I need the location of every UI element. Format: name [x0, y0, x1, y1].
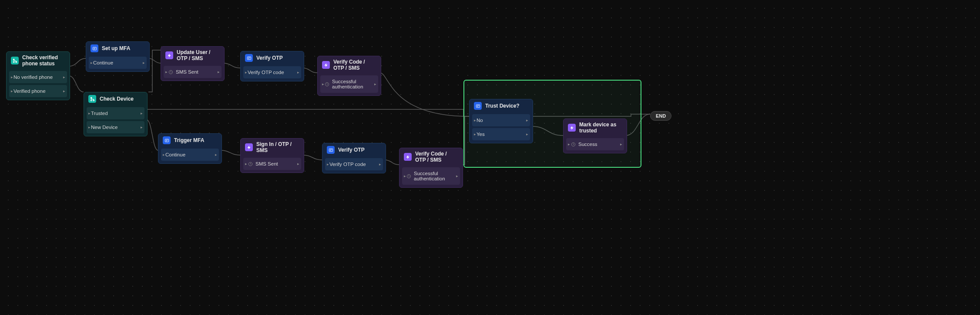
svg-rect-7	[247, 57, 251, 59]
node-check-device[interactable]: Check Device▸Trusted▸▸New Device▸	[84, 92, 148, 136]
connector	[221, 150, 240, 155]
node-output-row[interactable]: ▸New Device▸	[87, 121, 144, 133]
node-output-row[interactable]: ▸Continue▸	[161, 149, 219, 161]
connector	[223, 63, 240, 68]
node-header[interactable]: Sign In / OTP / SMS	[241, 139, 304, 156]
node-output-row[interactable]: ▸Continue▸	[89, 57, 147, 69]
node-header[interactable]: Check Device	[84, 92, 147, 105]
row-label: Yes	[477, 132, 485, 137]
inlet-icon: ▸	[163, 152, 165, 157]
branch-icon	[88, 95, 96, 103]
node-title: Set up MFA	[102, 45, 130, 51]
inlet-icon: ▸	[165, 70, 168, 74]
node-header[interactable]: Verify OTP	[322, 143, 386, 156]
row-label: Successful authentication	[414, 171, 456, 181]
clock-icon	[406, 173, 411, 179]
row-label: No	[477, 118, 483, 123]
node-trigger-mfa[interactable]: Trigger MFA▸Continue▸	[158, 133, 222, 164]
node-header[interactable]: Trust Device?	[470, 99, 533, 112]
bolt-icon	[245, 143, 253, 151]
node-title: Verify Code / OTP / SMS	[415, 151, 458, 163]
node-verify-code-1[interactable]: Verify Code / OTP / SMS▸Successful authe…	[317, 56, 381, 96]
inlet-icon: ▸	[568, 142, 570, 146]
outlet-icon: ▸	[141, 125, 143, 129]
node-title: Update User / OTP / SMS	[177, 49, 220, 61]
node-verify-otp-1[interactable]: Verify OTP▸Verify OTP code▸	[240, 51, 304, 81]
node-verify-otp-2[interactable]: Verify OTP▸Verify OTP code▸	[322, 143, 386, 173]
node-title: Trigger MFA	[174, 137, 204, 143]
clock-icon	[571, 142, 576, 147]
node-output-row[interactable]: ▸Verified phone▸	[9, 85, 67, 97]
inlet-icon: ▸	[327, 162, 329, 166]
connector	[69, 58, 86, 66]
inlet-icon: ▸	[474, 118, 476, 122]
connector	[69, 76, 84, 92]
clock-icon	[325, 81, 329, 87]
node-mark-trusted[interactable]: Mark device as trusted▸Success▸	[563, 119, 627, 153]
node-output-row[interactable]: ▸Successful authentication▸	[320, 75, 378, 93]
outlet-icon: ▸	[297, 70, 299, 75]
inlet-icon: ▸	[245, 70, 247, 75]
node-header[interactable]: Verify OTP	[241, 51, 304, 64]
node-output-row[interactable]: ▸Successful authentication▸	[402, 167, 460, 185]
node-header[interactable]: Check verified phone status	[7, 52, 70, 69]
form-icon	[474, 102, 482, 110]
node-check-phone[interactable]: Check verified phone status▸No verified …	[6, 51, 70, 100]
node-output-row[interactable]: ▸Verify OTP code▸	[243, 66, 301, 78]
outlet-icon: ▸	[374, 82, 376, 86]
workflow-canvas[interactable]: Check verified phone status▸No verified …	[0, 0, 980, 315]
outlet-icon: ▸	[143, 61, 145, 65]
node-signin[interactable]: Sign In / OTP / SMS▸SMS Sent▸	[240, 138, 304, 173]
node-update-user[interactable]: Update User / OTP / SMS▸SMS Sent▸	[161, 46, 225, 81]
outlet-icon: ▸	[456, 174, 458, 178]
node-output-row[interactable]: ▸SMS Sent▸	[164, 66, 222, 78]
node-header[interactable]: Update User / OTP / SMS	[161, 47, 224, 64]
node-setup-mfa[interactable]: Set up MFA▸Continue▸	[86, 41, 150, 72]
outlet-icon: ▸	[141, 111, 143, 115]
node-header[interactable]: Mark device as trusted	[564, 119, 627, 136]
connector	[148, 58, 161, 63]
outlet-icon: ▸	[218, 70, 220, 74]
row-label: Success	[578, 142, 597, 147]
inlet-icon: ▸	[322, 82, 324, 86]
node-title: Trust Device?	[485, 103, 520, 109]
clock-icon	[168, 69, 173, 75]
connector	[148, 50, 161, 92]
node-output-row[interactable]: ▸No verified phone▸	[9, 71, 67, 83]
row-label: Continue	[93, 60, 113, 65]
node-header[interactable]: Verify Code / OTP / SMS	[318, 56, 381, 74]
node-output-row[interactable]: ▸Success▸	[566, 138, 624, 150]
svg-rect-16	[476, 105, 480, 107]
end-node[interactable]: END	[650, 111, 671, 121]
form-icon	[91, 44, 98, 52]
node-title: Mark device as trusted	[579, 122, 622, 134]
inlet-icon: ▸	[474, 132, 476, 136]
branch-icon	[11, 57, 19, 64]
outlet-icon: ▸	[620, 142, 622, 146]
form-icon	[245, 54, 253, 62]
node-header[interactable]: Set up MFA	[86, 42, 149, 55]
row-label: SMS Sent	[255, 161, 278, 166]
row-label: No verified phone	[13, 75, 53, 80]
svg-rect-0	[93, 47, 96, 50]
node-title: Verify Code / OTP / SMS	[333, 59, 376, 71]
node-verify-code-2[interactable]: Verify Code / OTP / SMS▸Successful authe…	[399, 148, 463, 188]
inlet-icon: ▸	[11, 75, 13, 79]
node-trust-device[interactable]: Trust Device?▸No▸▸Yes▸	[469, 99, 533, 143]
node-title: Verify OTP	[338, 147, 365, 153]
node-title: Check Device	[100, 96, 134, 102]
row-label: SMS Sent	[176, 69, 198, 75]
row-label: Verify OTP code	[329, 162, 366, 167]
node-output-row[interactable]: ▸Yes▸	[472, 128, 530, 140]
node-header[interactable]: Verify Code / OTP / SMS	[399, 148, 463, 166]
node-header[interactable]: Trigger MFA	[158, 134, 222, 147]
connector	[303, 155, 322, 160]
node-output-row[interactable]: ▸SMS Sent▸	[243, 158, 301, 170]
node-title: Check verified phone status	[22, 54, 65, 67]
row-label: Verified phone	[13, 88, 46, 94]
connector	[626, 114, 650, 135]
node-output-row[interactable]: ▸Trusted▸	[87, 107, 144, 119]
node-output-row[interactable]: ▸Verify OTP code▸	[325, 158, 383, 170]
inlet-icon: ▸	[88, 125, 91, 129]
node-output-row[interactable]: ▸No▸	[472, 114, 530, 126]
